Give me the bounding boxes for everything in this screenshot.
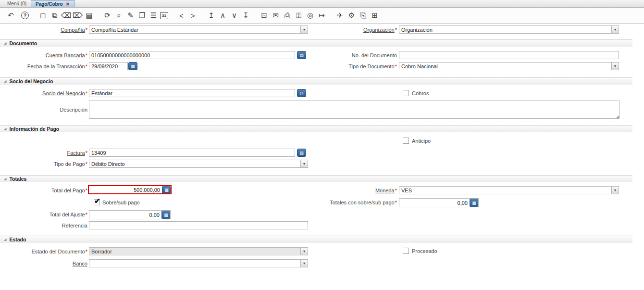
collapse-icon[interactable]: ◢ bbox=[4, 177, 6, 181]
sobre-sub-pago-label: Sobre/sub pago bbox=[102, 200, 140, 205]
total-pago-calculator-icon[interactable]: ▦ bbox=[162, 186, 171, 193]
totales-sobre-sub-calculator-icon[interactable]: ▦ bbox=[470, 199, 478, 207]
section-socio-negocio-title: Socio del Negocio bbox=[9, 78, 53, 84]
section-totales-title: Totales bbox=[9, 176, 26, 182]
process-send-icon[interactable]: ✈ bbox=[335, 10, 345, 21]
total-ajuste-calculator-icon[interactable]: ▦ bbox=[161, 211, 170, 219]
section-informacion-pago[interactable]: ◢ Información de Pago bbox=[0, 125, 632, 132]
anticipo-checkbox[interactable] bbox=[403, 138, 409, 144]
find-icon[interactable]: ⌕ bbox=[114, 10, 124, 21]
collapse-icon[interactable]: ◢ bbox=[4, 41, 6, 45]
banco-select[interactable]: ▼ bbox=[89, 259, 308, 267]
fecha-transaccion-label: Fecha de la Transacción* bbox=[2, 63, 87, 69]
last-record-icon[interactable]: ↧ bbox=[241, 10, 251, 21]
cuenta-bancaria-label[interactable]: Cuenta Bancaria* bbox=[2, 52, 87, 58]
fecha-transaccion-input[interactable]: 29/09/2020 bbox=[89, 62, 128, 70]
referencia-input[interactable] bbox=[89, 221, 308, 229]
report-icon[interactable]: ⊡ bbox=[259, 10, 269, 21]
tab-pago-cobro-label: Pago/Cobro bbox=[36, 1, 63, 7]
zoom-across-icon[interactable]: ◎ bbox=[305, 10, 315, 21]
estado-documento-label: Estado del Documento* bbox=[2, 249, 87, 254]
section-estado[interactable]: ◢ Estado bbox=[0, 236, 632, 243]
banco-dropdown-arrow-icon[interactable]: ▼ bbox=[300, 260, 308, 267]
refresh-icon[interactable]: ⟳ bbox=[102, 10, 112, 21]
help-icon[interactable]: ? bbox=[21, 12, 29, 19]
total-pago-input[interactable]: 500.000,00 bbox=[89, 186, 162, 193]
lock-icon[interactable]: ⚿ bbox=[294, 10, 304, 21]
cobros-checkbox[interactable] bbox=[403, 90, 409, 96]
export-icon[interactable]: ↦ bbox=[317, 10, 327, 21]
socio-negocio-info-icon[interactable]: ◎ bbox=[297, 89, 306, 97]
factura-record-info-icon[interactable]: ▤ bbox=[297, 149, 306, 157]
archive-icon[interactable]: ✉ bbox=[271, 10, 281, 21]
collapse-icon[interactable]: ◢ bbox=[4, 79, 6, 83]
moneda-value: VES bbox=[399, 187, 611, 194]
detail-record-icon[interactable]: > bbox=[188, 10, 198, 21]
section-estado-title: Estado bbox=[9, 237, 26, 242]
collapse-icon[interactable]: ◢ bbox=[4, 238, 6, 241]
no-documento-label: No. del Documento bbox=[253, 52, 397, 58]
next-record-icon[interactable]: ∨ bbox=[229, 10, 239, 21]
section-totales[interactable]: ◢ Totales bbox=[0, 175, 632, 182]
calendar-icon[interactable]: 31 bbox=[160, 12, 168, 19]
estado-documento-select[interactable]: Borrador ▼ bbox=[89, 247, 308, 255]
organizacion-value: Organización bbox=[399, 26, 611, 33]
organizacion-select[interactable]: Organización ▼ bbox=[399, 25, 619, 34]
tipo-pago-dropdown-arrow-icon[interactable]: ▼ bbox=[300, 160, 308, 167]
tab-pago-cobro[interactable]: Pago/Cobro ✕ bbox=[31, 0, 74, 7]
section-socio-negocio[interactable]: ◢ Socio del Negocio bbox=[0, 77, 632, 85]
resize-handle-icon[interactable]: ◢ bbox=[616, 114, 619, 119]
print-icon[interactable]: ⎙ bbox=[282, 10, 292, 21]
calendar-picker-icon[interactable]: ▦ bbox=[128, 62, 137, 70]
totales-sobre-sub-input[interactable]: 0,00 bbox=[399, 199, 470, 207]
factura-label[interactable]: Factura* bbox=[2, 150, 87, 156]
factura-input[interactable]: 13409 bbox=[89, 149, 295, 157]
customize-window-icon[interactable]: ⊞ bbox=[370, 10, 380, 21]
estado-documento-dropdown-arrow-icon[interactable]: ▼ bbox=[300, 248, 308, 255]
chat-icon[interactable]: ❐ bbox=[137, 10, 147, 21]
toolbar: ↶?◻⧉⌫⌦▤⟳⌕✎❐☰31<>↥∧∨↧⊡✉⎙⚿◎↦✈⚙⎘⊞ bbox=[0, 8, 644, 24]
new-record-icon[interactable]: ◻ bbox=[38, 10, 48, 21]
organizacion-dropdown-arrow-icon[interactable]: ▼ bbox=[611, 26, 619, 33]
parent-record-icon[interactable]: < bbox=[176, 10, 186, 21]
totales-sobre-sub-label: Totales con sobre/sub pago* bbox=[253, 200, 397, 205]
estado-documento-value: Borrador bbox=[89, 248, 300, 255]
no-documento-input[interactable] bbox=[399, 51, 619, 59]
section-documento[interactable]: ◢ Documento bbox=[0, 39, 632, 47]
organizacion-label[interactable]: Organización* bbox=[253, 27, 397, 33]
tab-close-icon[interactable]: ✕ bbox=[66, 1, 70, 7]
print-preview-icon[interactable]: ⎘ bbox=[358, 10, 368, 21]
collapse-icon[interactable]: ◢ bbox=[4, 127, 6, 131]
tipo-documento-value: Cobro Nacional bbox=[399, 63, 611, 70]
moneda-label[interactable]: Moneda* bbox=[253, 188, 397, 193]
tipo-pago-select[interactable]: Débito Directo ▼ bbox=[89, 160, 308, 168]
first-record-icon[interactable]: ↥ bbox=[206, 10, 216, 21]
tipo-documento-label[interactable]: Tipo de Documento* bbox=[253, 63, 397, 69]
previous-record-icon[interactable]: ∧ bbox=[218, 10, 228, 21]
tipo-pago-label: Tipo de Pago* bbox=[2, 161, 87, 167]
undo-icon[interactable]: ↶ bbox=[6, 10, 16, 21]
delete-selected-icon[interactable]: ⌦ bbox=[73, 10, 83, 21]
copy-record-icon[interactable]: ⧉ bbox=[50, 10, 60, 21]
moneda-dropdown-arrow-icon[interactable]: ▼ bbox=[611, 187, 619, 194]
banco-label[interactable]: Banco bbox=[2, 261, 87, 266]
sobre-sub-pago-checkbox[interactable]: ✔ bbox=[94, 199, 100, 205]
save-icon[interactable]: ▤ bbox=[84, 10, 94, 21]
tab-menu[interactable]: Menú (0) bbox=[3, 0, 31, 7]
total-ajuste-input[interactable]: 0,00 bbox=[89, 211, 161, 219]
tab-bar: Menú (0) Pago/Cobro ✕ bbox=[0, 0, 644, 8]
grid-toggle-icon[interactable]: ☰ bbox=[149, 10, 159, 21]
cobros-label: Cobros bbox=[412, 90, 429, 96]
preferences-icon[interactable]: ⚙ bbox=[347, 10, 357, 21]
tipo-documento-select[interactable]: Cobro Nacional ▼ bbox=[399, 62, 619, 70]
attachment-icon[interactable]: ✎ bbox=[125, 10, 136, 21]
descripcion-textarea[interactable]: ◢ bbox=[89, 101, 619, 119]
socio-negocio-label[interactable]: Socio del Negocio* bbox=[2, 90, 87, 96]
tipo-pago-value: Débito Directo bbox=[89, 160, 300, 167]
moneda-select[interactable]: VES ▼ bbox=[399, 186, 619, 194]
tipo-documento-dropdown-arrow-icon[interactable]: ▼ bbox=[611, 63, 619, 70]
procesado-checkbox[interactable] bbox=[403, 248, 409, 254]
compania-label[interactable]: Compañía* bbox=[2, 27, 87, 33]
socio-negocio-input[interactable]: Estándar bbox=[89, 89, 295, 97]
delete-record-icon[interactable]: ⌫ bbox=[61, 10, 71, 21]
